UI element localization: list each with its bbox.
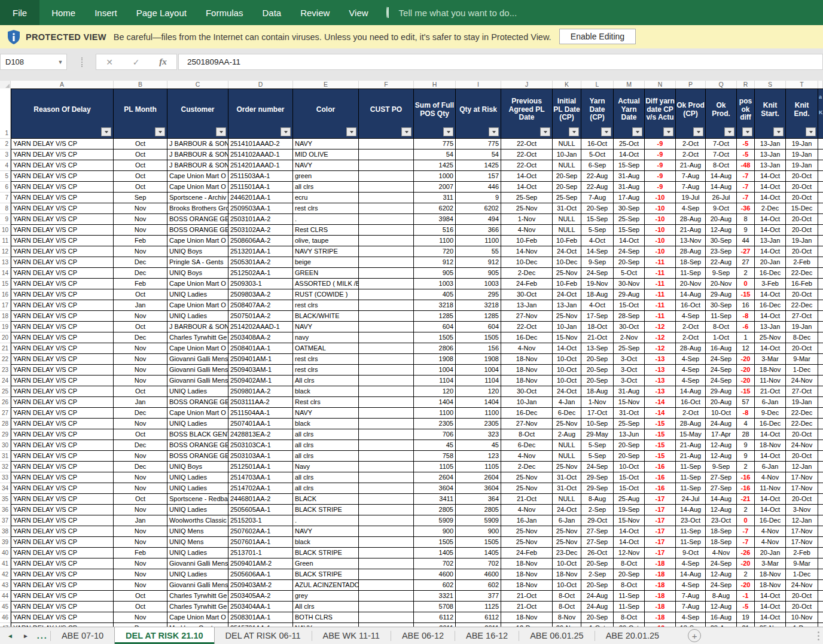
cell-L43[interactable]: 20-Sep: [581, 580, 614, 591]
enter-icon[interactable]: ✓: [133, 57, 140, 67]
filter-dropdown-icon[interactable]: [401, 127, 412, 136]
cell-T23[interactable]: 1-Dec: [786, 365, 818, 376]
cell-A19[interactable]: YARN DELAY V/S CP: [11, 322, 114, 332]
cell-H17[interactable]: 3218: [414, 300, 456, 311]
row-header-11[interactable]: 11: [0, 236, 11, 246]
cell-F27[interactable]: [359, 408, 414, 419]
cell-K20[interactable]: 15-Nov: [553, 332, 581, 343]
cell-L28[interactable]: 10-Sep: [581, 419, 614, 429]
cell-K35[interactable]: NULL: [553, 494, 581, 505]
cell-N43[interactable]: -18: [645, 580, 676, 591]
cell-H45[interactable]: 5708: [414, 602, 456, 612]
cell-N5[interactable]: -9: [645, 171, 676, 182]
sheet-tab-abe-16-12[interactable]: ABE 16-12: [455, 627, 519, 644]
cell-J10[interactable]: 4-Nov: [501, 225, 553, 236]
cell-B15[interactable]: Feb: [114, 279, 167, 289]
cell-E20[interactable]: navy: [293, 332, 359, 343]
cell-M8[interactable]: 30-Sep: [614, 203, 645, 214]
cell-I11[interactable]: 1100: [456, 236, 501, 246]
cell-R16[interactable]: -15: [737, 289, 755, 300]
cell-L39[interactable]: 27-Sep: [581, 537, 614, 548]
cell-F45[interactable]: [359, 602, 414, 612]
cell-M22[interactable]: 3-Oct: [614, 354, 645, 365]
filter-dropdown-icon[interactable]: [663, 127, 673, 136]
cell-H22[interactable]: 1908: [414, 354, 456, 365]
cell-N14[interactable]: -11: [645, 268, 676, 279]
cell-M23[interactable]: 3-Oct: [614, 365, 645, 376]
cell-Q11[interactable]: 30-Sep: [706, 236, 737, 246]
cell-D16[interactable]: 2509803AA-2: [228, 289, 293, 300]
cell-S37[interactable]: 16-Dec: [755, 515, 786, 526]
cell-T2[interactable]: 19-Jan: [786, 139, 818, 149]
cell-D44[interactable]: 2503405AA-2: [228, 591, 293, 602]
cell-B30[interactable]: Dec: [114, 440, 167, 451]
filter-dropdown-icon[interactable]: [773, 127, 784, 136]
cell-D11[interactable]: 2508606AA-2: [228, 236, 293, 246]
row-header-30[interactable]: 30: [0, 440, 11, 451]
cell-N6[interactable]: -9: [645, 182, 676, 193]
header-cell-Q[interactable]: Ok Prod.: [706, 88, 737, 139]
cell-B13[interactable]: Dec: [114, 257, 167, 268]
cell-E42[interactable]: BLACK STRIPE: [293, 569, 359, 580]
cell-K30[interactable]: NULL: [553, 440, 581, 451]
cell-B9[interactable]: Nov: [114, 214, 167, 225]
cell-J33[interactable]: 25-Nov: [501, 472, 553, 483]
cell-I16[interactable]: 295: [456, 289, 501, 300]
cell-H35[interactable]: 3411: [414, 494, 456, 505]
cell-Q27[interactable]: 10-Oct: [706, 408, 737, 419]
cell-R11[interactable]: 44: [737, 236, 755, 246]
select-all-corner[interactable]: [0, 81, 11, 88]
cell-N2[interactable]: -9: [645, 139, 676, 149]
cell-S7[interactable]: 14-Oct: [755, 193, 786, 203]
cell-N26[interactable]: -14: [645, 397, 676, 408]
cell-D34[interactable]: 2514702AA-1: [228, 483, 293, 494]
row-header-16[interactable]: 16: [0, 289, 11, 300]
tell-me-box[interactable]: Tell me what you want to do...: [386, 7, 517, 19]
cell-I41[interactable]: 702: [456, 558, 501, 569]
cell-N31[interactable]: -15: [645, 451, 676, 462]
cell-F6[interactable]: [359, 182, 414, 193]
cell-S4[interactable]: 13-Jan: [755, 160, 786, 171]
header-cell-B[interactable]: PL Month: [114, 88, 167, 139]
filter-dropdown-icon[interactable]: [281, 127, 291, 136]
cell-R42[interactable]: 2: [737, 569, 755, 580]
cell-E7[interactable]: ecru: [293, 193, 359, 203]
filter-dropdown-icon[interactable]: [693, 127, 703, 136]
cell-H11[interactable]: 1100: [414, 236, 456, 246]
cell-D37[interactable]: 2515203-1: [228, 515, 293, 526]
cell-L35[interactable]: 8-Aug: [581, 494, 614, 505]
cell-R40[interactable]: -26: [737, 548, 755, 558]
cell-J18[interactable]: 27-Nov: [501, 311, 553, 322]
cell-K22[interactable]: 10-Oct: [553, 354, 581, 365]
ribbon-tab-view[interactable]: View: [339, 0, 377, 25]
cell-P44[interactable]: 7-Aug: [676, 591, 706, 602]
header-cell-R[interactable]: pos ok diff: [737, 88, 755, 139]
cell-I44[interactable]: 377: [456, 591, 501, 602]
cell-I5[interactable]: 157: [456, 171, 501, 182]
cell-S10[interactable]: 14-Oct: [755, 225, 786, 236]
ribbon-tab-insert[interactable]: Insert: [85, 0, 127, 25]
cell-M46[interactable]: 8-Oct: [614, 612, 645, 623]
cell-D21[interactable]: 2508401AA-1: [228, 343, 293, 354]
cell-K45[interactable]: 8-Oct: [553, 602, 581, 612]
cell-D23[interactable]: 2509403AM-1: [228, 365, 293, 376]
cell-R4[interactable]: -48: [737, 160, 755, 171]
cell-N34[interactable]: -16: [645, 483, 676, 494]
cell-A18[interactable]: YARN DELAY V/S CP: [11, 311, 114, 322]
cell-D29[interactable]: 2428813EA-2: [228, 429, 293, 440]
cell-D13[interactable]: 2505301AA-2: [228, 257, 293, 268]
cell-F7[interactable]: [359, 193, 414, 203]
cell-M30[interactable]: 20-Sep: [614, 440, 645, 451]
cell-I32[interactable]: 1105: [456, 462, 501, 472]
cell-M3[interactable]: 14-Oct: [614, 149, 645, 160]
cell-B7[interactable]: Sep: [114, 193, 167, 203]
row-header-15[interactable]: 15: [0, 279, 11, 289]
cell-C6[interactable]: Cape Union Mart O: [167, 182, 228, 193]
cell-F11[interactable]: [359, 236, 414, 246]
column-header-L[interactable]: L: [581, 81, 614, 88]
cell-M14[interactable]: 5-Oct: [614, 268, 645, 279]
cell-E35[interactable]: BLACK: [293, 494, 359, 505]
cell-B25[interactable]: Oct: [114, 386, 167, 397]
cell-I43[interactable]: 602: [456, 580, 501, 591]
cell-N15[interactable]: -11: [645, 279, 676, 289]
